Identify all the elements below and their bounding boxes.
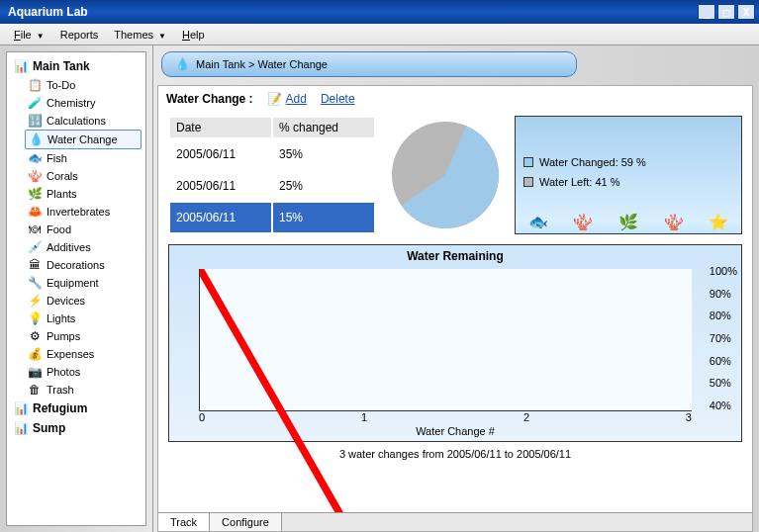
tree-item-icon: 🧪	[27, 95, 43, 111]
chart-title: Water Remaining	[169, 245, 741, 267]
water-change-table: Date % changed 2005/06/1135%2005/06/1125…	[168, 116, 376, 234]
bottom-tabs: Track Configure	[158, 512, 752, 531]
tree-item-chemistry[interactable]: 🧪Chemistry	[25, 94, 142, 112]
tree-item-icon: 🐟	[27, 150, 43, 166]
tree-item-icon: 🍽	[27, 222, 43, 237]
tab-track[interactable]: Track	[158, 513, 210, 531]
section-title: Water Change :	[166, 92, 253, 106]
minimize-button[interactable]: _	[698, 4, 715, 20]
tab-configure[interactable]: Configure	[210, 513, 282, 531]
table-row[interactable]: 2005/06/1135%	[170, 139, 374, 169]
legend-swatch-changed	[523, 157, 533, 167]
content-header: Water Change : 📝 Add Delete	[158, 86, 752, 112]
legend-box: Water Changed: 59 % Water Left: 41 % 🐟🪸🌿…	[515, 116, 742, 234]
tree-item-to-do[interactable]: 📋To-Do	[25, 76, 142, 94]
tree-item-trash[interactable]: 🗑Trash	[25, 381, 142, 399]
window-title: Aquarium Lab	[4, 5, 698, 19]
breadcrumb-text: Main Tank > Water Change	[196, 58, 328, 70]
tree-root-refugium[interactable]: 📊 Refugium	[11, 399, 142, 418]
chevron-down-icon: ▼	[37, 32, 45, 41]
tree-item-additives[interactable]: 💉Additives	[25, 238, 142, 256]
add-link[interactable]: Add	[286, 92, 307, 106]
legend-swatch-left	[523, 177, 533, 187]
chevron-down-icon: ▼	[158, 32, 166, 41]
title-bar: Aquarium Lab _ □ X	[0, 0, 759, 24]
tree-item-invertebrates[interactable]: 🦀Invertebrates	[25, 203, 142, 221]
tree-item-icon: 💡	[27, 310, 43, 326]
col-changed: % changed	[273, 118, 374, 137]
y-axis-labels: 100%90%80%70%60%50%40%	[710, 265, 737, 411]
tree-item-icon: 💰	[27, 346, 43, 362]
chart-icon: 📊	[13, 58, 29, 74]
menu-bar: File ▼ Reports Themes ▼ Help	[0, 24, 759, 45]
menu-reports[interactable]: Reports	[54, 27, 105, 43]
pie-chart	[386, 116, 505, 234]
tree-item-icon: ⚡	[27, 293, 43, 309]
menu-file[interactable]: File ▼	[8, 27, 50, 43]
tree-root-sump[interactable]: 📊 Sump	[11, 418, 142, 438]
close-button[interactable]: X	[737, 4, 755, 20]
legend-changed: Water Changed: 59 %	[516, 152, 741, 172]
tree-item-icon: 📋	[27, 77, 43, 93]
tree-item-equipment[interactable]: 🔧Equipment	[25, 274, 142, 292]
tree-item-decorations[interactable]: 🏛Decorations	[25, 256, 142, 274]
breadcrumb: 💧 Main Tank > Water Change	[161, 51, 577, 77]
tree-item-icon: 🪸	[27, 168, 43, 184]
add-icon: 📝	[267, 92, 282, 106]
chart-icon: 📊	[13, 400, 29, 416]
tree-item-icon: 🦀	[27, 204, 43, 220]
tree-item-food[interactable]: 🍽Food	[25, 221, 142, 238]
aquarium-decoration: 🐟🪸🌿🪸⭐	[516, 213, 741, 231]
tree-item-icon: 🔧	[27, 275, 43, 291]
line-chart-panel: Water Remaining 100%90%80%70%60%50%40% 0…	[168, 244, 742, 442]
col-date: Date	[170, 118, 271, 137]
maximize-button[interactable]: □	[717, 4, 735, 20]
tree-panel: 📊 Main Tank 📋To-Do🧪Chemistry🔢Calculation…	[6, 51, 146, 526]
tree-item-expenses[interactable]: 💰Expenses	[25, 345, 142, 363]
table-row[interactable]: 2005/06/1115%	[170, 203, 374, 232]
tree-item-icon: 🔢	[27, 113, 43, 129]
menu-help[interactable]: Help	[176, 27, 211, 43]
tree-item-icon: ⚙	[27, 328, 43, 344]
x-axis-title: Water Change #	[169, 425, 741, 437]
tree-item-calculations[interactable]: 🔢Calculations	[25, 112, 142, 130]
tree-item-pumps[interactable]: ⚙Pumps	[25, 327, 142, 345]
content-panel: Water Change : 📝 Add Delete Date % chang…	[157, 85, 753, 532]
tree-item-icon: 📷	[27, 364, 43, 380]
tree-item-icon: 🌿	[27, 186, 43, 202]
tree-item-corals[interactable]: 🪸Corals	[25, 167, 142, 185]
chart-icon: 📊	[13, 420, 29, 436]
main-area: 💧 Main Tank > Water Change Water Change …	[153, 45, 759, 532]
water-icon: 💧	[174, 56, 190, 72]
x-axis-labels: 0123	[199, 411, 692, 423]
table-row[interactable]: 2005/06/1125%	[170, 171, 374, 201]
sidebar: 📊 Main Tank 📋To-Do🧪Chemistry🔢Calculation…	[0, 45, 153, 532]
tree-item-icon: 🗑	[27, 382, 43, 398]
tree-item-lights[interactable]: 💡Lights	[25, 310, 142, 327]
tree-item-icon: 💉	[27, 239, 43, 255]
tree-root-main-tank[interactable]: 📊 Main Tank	[11, 56, 142, 76]
tree-item-devices[interactable]: ⚡Devices	[25, 292, 142, 310]
menu-themes[interactable]: Themes ▼	[108, 27, 172, 43]
delete-link[interactable]: Delete	[321, 92, 355, 106]
chart-area	[199, 269, 692, 411]
tree-item-icon: 💧	[28, 132, 44, 147]
tree-item-water-change[interactable]: 💧Water Change	[25, 130, 142, 149]
legend-left: Water Left: 41 %	[516, 172, 741, 192]
tree-item-photos[interactable]: 📷Photos	[25, 363, 142, 381]
tree-item-fish[interactable]: 🐟Fish	[25, 149, 142, 167]
tree-item-icon: 🏛	[27, 257, 43, 273]
tree-item-plants[interactable]: 🌿Plants	[25, 185, 142, 203]
